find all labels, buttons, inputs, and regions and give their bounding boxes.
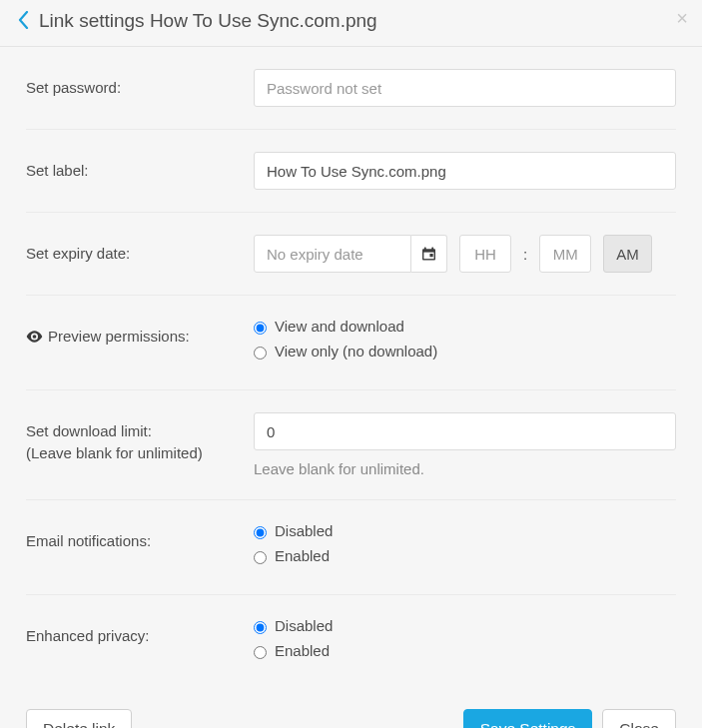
row-expiry: Set expiry date: : AM — [26, 213, 676, 296]
privacy-radio-disabled[interactable] — [254, 621, 267, 634]
svg-rect-2 — [431, 248, 433, 252]
row-preview-permissions: Preview permissions: View and download V… — [26, 296, 676, 390]
preview-option-view-download[interactable]: View and download — [254, 318, 676, 335]
email-radio-disabled[interactable] — [254, 526, 267, 539]
label-input[interactable] — [254, 152, 676, 190]
modal-body: Set password: Set label: Set expiry date… — [0, 47, 702, 689]
email-radio-enabled[interactable] — [254, 551, 267, 564]
privacy-option-enabled[interactable]: Enabled — [254, 642, 676, 659]
preview-option-view-only[interactable]: View only (no download) — [254, 343, 676, 360]
row-enhanced-privacy: Enhanced privacy: Disabled Enabled — [26, 595, 676, 689]
email-option-disabled[interactable]: Disabled — [254, 522, 676, 539]
modal-title: Link settings How To Use Sync.com.png — [39, 10, 377, 32]
preview-permissions-label: Preview permissions: — [26, 318, 254, 348]
preview-radio-view-download[interactable] — [254, 322, 267, 335]
password-input[interactable] — [254, 69, 676, 107]
save-settings-button[interactable]: Save Settings — [463, 709, 593, 728]
download-limit-hint: Leave blank for unlimited. — [254, 460, 676, 477]
svg-rect-1 — [424, 248, 426, 252]
svg-rect-4 — [429, 254, 432, 257]
expiry-hour-input[interactable] — [459, 235, 511, 273]
back-chevron-icon[interactable] — [18, 11, 29, 32]
delete-link-button[interactable]: Delete link — [26, 709, 132, 728]
calendar-icon[interactable] — [411, 235, 447, 273]
privacy-option-disabled[interactable]: Disabled — [254, 617, 676, 634]
expiry-minute-input[interactable] — [539, 235, 591, 273]
password-label: Set password: — [26, 69, 254, 99]
row-download-limit: Set download limit: (Leave blank for unl… — [26, 390, 676, 500]
close-button[interactable]: Close — [602, 709, 676, 728]
download-limit-input[interactable] — [254, 412, 676, 450]
download-limit-label: Set download limit: (Leave blank for unl… — [26, 412, 254, 464]
label-field-label: Set label: — [26, 152, 254, 182]
preview-radio-view-only[interactable] — [254, 347, 267, 360]
privacy-radio-enabled[interactable] — [254, 646, 267, 659]
ampm-toggle[interactable]: AM — [603, 235, 652, 273]
expiry-label: Set expiry date: — [26, 235, 254, 265]
modal-footer: Delete link Save Settings Close — [0, 689, 702, 728]
row-password: Set password: — [26, 47, 676, 130]
enhanced-privacy-label: Enhanced privacy: — [26, 617, 254, 647]
email-notifications-label: Email notifications: — [26, 522, 254, 552]
expiry-date-input[interactable] — [254, 235, 411, 273]
eye-icon — [26, 326, 42, 348]
row-label: Set label: — [26, 130, 676, 213]
time-colon: : — [523, 246, 527, 263]
link-settings-modal: Link settings How To Use Sync.com.png × … — [0, 0, 702, 728]
svg-point-5 — [33, 335, 37, 339]
email-option-enabled[interactable]: Enabled — [254, 547, 676, 564]
modal-header: Link settings How To Use Sync.com.png × — [0, 0, 702, 47]
close-icon[interactable]: × — [676, 8, 688, 28]
row-email-notifications: Email notifications: Disabled Enabled — [26, 500, 676, 595]
